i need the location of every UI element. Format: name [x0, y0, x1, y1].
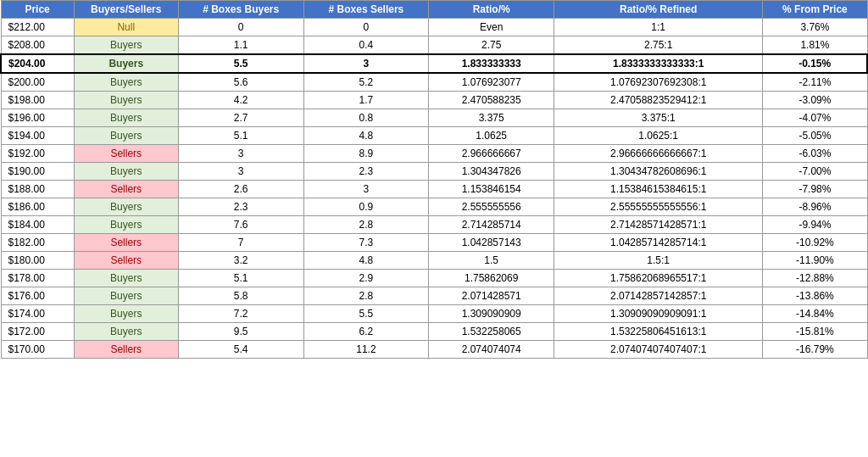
cell-boxes-buyers: 9.5 [178, 323, 303, 341]
cell-buyers-sellers: Buyers [74, 92, 178, 109]
cell-ratio: 2.75 [429, 36, 554, 55]
header-price: Price [1, 1, 74, 19]
cell-ratio: 1.304347826 [429, 163, 554, 181]
cell-buyers-sellers: Sellers [74, 145, 178, 163]
cell-buyers-sellers: Buyers [74, 198, 178, 216]
cell-boxes-sellers: 1.7 [303, 92, 429, 109]
cell-boxes-buyers: 5.1 [178, 127, 303, 145]
cell-buyers-sellers: Sellers [74, 181, 178, 198]
table-row: $208.00Buyers1.10.42.752.75:11.81% [1, 36, 867, 55]
cell-ratio-refined: 2.07142857142857:1 [554, 287, 763, 305]
cell-pct-from-price: -13.86% [763, 287, 867, 305]
cell-boxes-sellers: 2.8 [303, 216, 429, 234]
cell-ratio-refined: 1.04285714285714:1 [554, 234, 763, 252]
cell-pct-from-price: -9.94% [763, 216, 867, 234]
cell-ratio-refined: 1.30909090909091:1 [554, 305, 763, 323]
cell-pct-from-price: -11.90% [763, 252, 867, 270]
cell-price: $178.00 [1, 270, 74, 287]
table-row: $180.00Sellers3.24.81.51.5:1-11.90% [1, 252, 867, 270]
header-boxes-sellers: # Boxes Sellers [303, 1, 429, 19]
cell-pct-from-price: 1.81% [763, 36, 867, 55]
cell-buyers-sellers: Buyers [74, 270, 178, 287]
cell-boxes-sellers: 6.2 [303, 323, 429, 341]
cell-ratio: 2.470588235 [429, 92, 554, 109]
cell-boxes-buyers: 0 [178, 19, 303, 36]
cell-boxes-sellers: 7.3 [303, 234, 429, 252]
cell-buyers-sellers: Sellers [74, 252, 178, 270]
cell-pct-from-price: -5.05% [763, 127, 867, 145]
cell-boxes-sellers: 8.9 [303, 145, 429, 163]
cell-boxes-sellers: 5.5 [303, 305, 429, 323]
cell-buyers-sellers: Sellers [74, 341, 178, 359]
cell-price: $186.00 [1, 198, 74, 216]
cell-price: $200.00 [1, 73, 74, 92]
cell-boxes-buyers: 1.1 [178, 36, 303, 55]
table-row: $178.00Buyers5.12.91.758620691.758620689… [1, 270, 867, 287]
cell-ratio: 2.714285714 [429, 216, 554, 234]
table-row: $192.00Sellers38.92.9666666672.966666666… [1, 145, 867, 163]
cell-boxes-buyers: 5.8 [178, 287, 303, 305]
cell-price: $172.00 [1, 323, 74, 341]
cell-buyers-sellers: Buyers [74, 73, 178, 92]
header-buyers-sellers: Buyers/Sellers [74, 1, 178, 19]
cell-pct-from-price: -10.92% [763, 234, 867, 252]
cell-boxes-sellers: 2.8 [303, 287, 429, 305]
cell-ratio-refined: 1.07692307692308:1 [554, 73, 763, 92]
cell-price: $204.00 [1, 54, 74, 73]
table-row: $172.00Buyers9.56.21.5322580651.53225806… [1, 323, 867, 341]
cell-pct-from-price: -0.15% [763, 54, 867, 73]
cell-pct-from-price: -15.81% [763, 323, 867, 341]
cell-buyers-sellers: Sellers [74, 234, 178, 252]
cell-boxes-buyers: 5.4 [178, 341, 303, 359]
header-ratio: Ratio/% [429, 1, 554, 19]
table-row: $176.00Buyers5.82.82.0714285712.07142857… [1, 287, 867, 305]
cell-boxes-buyers: 3.2 [178, 252, 303, 270]
cell-boxes-sellers: 0.9 [303, 198, 429, 216]
cell-ratio-refined: 1.8333333333333:1 [554, 54, 763, 73]
cell-ratio: Even [429, 19, 554, 36]
cell-ratio: 1.153846154 [429, 181, 554, 198]
cell-boxes-sellers: 0.8 [303, 109, 429, 127]
cell-pct-from-price: -8.96% [763, 198, 867, 216]
cell-price: $174.00 [1, 305, 74, 323]
cell-pct-from-price: -12.88% [763, 270, 867, 287]
cell-ratio-refined: 1.53225806451613:1 [554, 323, 763, 341]
cell-ratio: 1.042857143 [429, 234, 554, 252]
table-row: $188.00Sellers2.631.1538461541.153846153… [1, 181, 867, 198]
cell-boxes-sellers: 0 [303, 19, 429, 36]
cell-boxes-sellers: 4.8 [303, 127, 429, 145]
cell-ratio: 2.071428571 [429, 287, 554, 305]
table-row: $200.00Buyers5.65.21.0769230771.07692307… [1, 73, 867, 92]
cell-price: $212.00 [1, 19, 74, 36]
cell-boxes-buyers: 3 [178, 163, 303, 181]
cell-buyers-sellers: Null [74, 19, 178, 36]
cell-boxes-buyers: 7.6 [178, 216, 303, 234]
header-pct-from-price: % From Price [763, 1, 867, 19]
cell-boxes-sellers: 4.8 [303, 252, 429, 270]
cell-ratio: 1.0625 [429, 127, 554, 145]
cell-ratio: 2.555555556 [429, 198, 554, 216]
cell-boxes-buyers: 5.1 [178, 270, 303, 287]
table-row: $170.00Sellers5.411.22.0740740742.074074… [1, 341, 867, 359]
cell-buyers-sellers: Buyers [74, 127, 178, 145]
cell-boxes-buyers: 2.3 [178, 198, 303, 216]
table-row: $194.00Buyers5.14.81.06251.0625:1-5.05% [1, 127, 867, 145]
cell-ratio-refined: 1.0625:1 [554, 127, 763, 145]
cell-ratio-refined: 2.47058823529412:1 [554, 92, 763, 109]
cell-boxes-buyers: 2.7 [178, 109, 303, 127]
cell-ratio-refined: 2.96666666666667:1 [554, 145, 763, 163]
cell-price: $170.00 [1, 341, 74, 359]
cell-ratio-refined: 1.5:1 [554, 252, 763, 270]
cell-buyers-sellers: Buyers [74, 287, 178, 305]
cell-boxes-buyers: 4.2 [178, 92, 303, 109]
table-row: $182.00Sellers77.31.0428571431.042857142… [1, 234, 867, 252]
cell-pct-from-price: -7.00% [763, 163, 867, 181]
cell-pct-from-price: -7.98% [763, 181, 867, 198]
cell-price: $194.00 [1, 127, 74, 145]
cell-ratio-refined: 1.15384615384615:1 [554, 181, 763, 198]
table-row: $204.00Buyers5.531.8333333331.8333333333… [1, 54, 867, 73]
cell-pct-from-price: -3.09% [763, 92, 867, 109]
cell-price: $198.00 [1, 92, 74, 109]
cell-buyers-sellers: Buyers [74, 54, 178, 73]
cell-pct-from-price: -6.03% [763, 145, 867, 163]
